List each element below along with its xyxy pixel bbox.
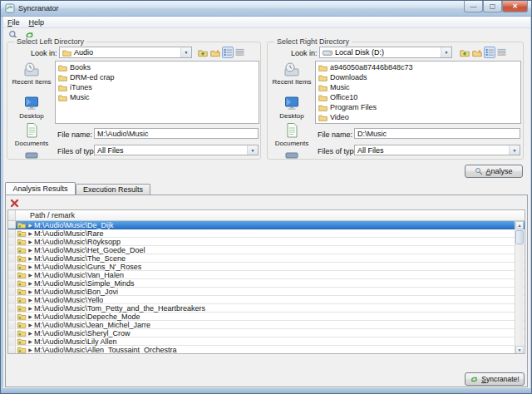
tab-analysis-results[interactable]: Analysis Results (5, 182, 76, 195)
expander-arrow-icon[interactable]: ▶ (27, 321, 34, 329)
folder-add-icon (17, 346, 27, 353)
right-sidebar-documents[interactable]: Documents (268, 122, 315, 147)
close-button[interactable]: ✕ (502, 1, 528, 12)
expander-arrow-icon[interactable]: ▶ (27, 337, 34, 346)
right-sidebar-desktop[interactable]: Desktop (268, 96, 315, 120)
left-sidebar-more[interactable] (8, 152, 55, 159)
remove-result-button[interactable] (9, 198, 20, 209)
table-row[interactable]: ▶ M:\Audio\Music\The_Scene (8, 254, 525, 263)
row-gutter (8, 238, 16, 245)
tab-execution-results[interactable]: Execution Results (76, 184, 150, 195)
table-row[interactable]: ▶ M:\Audio\Music\Yello (8, 296, 525, 304)
table-row[interactable]: ▶ M:\Audio\Music\Jean_Michel_Jarre (8, 321, 525, 329)
folder-item[interactable]: Music (56, 92, 259, 102)
table-row[interactable]: ▶ M:\Audio\Music\Het_Goede_Doel (8, 246, 525, 254)
left-look-in-combobox[interactable]: Audio ▼ (59, 47, 192, 58)
left-file-name-label: File name: (57, 131, 92, 139)
vertical-scrollbar[interactable]: ▲ ▼ (515, 221, 524, 354)
table-row[interactable]: ▶ M:\Audio\Music\Simple_Minds (8, 279, 525, 288)
right-new-folder-button[interactable] (471, 47, 483, 58)
folder-add-icon (17, 313, 27, 320)
right-files-of-type-combobox[interactable]: All Files ▼ (354, 145, 520, 155)
table-row[interactable]: ▶ M:\Audio\Music\Röyksopp (8, 238, 525, 246)
folder-name: Program Files (330, 103, 377, 111)
scroll-up-button[interactable]: ▲ (515, 221, 524, 229)
expander-arrow-icon[interactable]: ▶ (27, 296, 34, 304)
table-row[interactable]: ▶ M:\Audio\Music\Tom_Petty_and_the_Heart… (8, 304, 525, 313)
expander-arrow-icon[interactable]: ▶ (27, 304, 34, 313)
folder-name: DRM-ed crap (70, 73, 115, 81)
left-folder-list[interactable]: Books DRM-ed crap iTunes Music (55, 61, 259, 124)
expander-arrow-icon[interactable]: ▶ (27, 313, 34, 321)
expander-arrow-icon[interactable]: ▶ (27, 254, 34, 263)
app-icon (5, 3, 15, 13)
results-table-header[interactable]: Path / remark (8, 210, 525, 221)
table-row[interactable]: ▶ M:\Audio\Music\Van_Halen (8, 271, 525, 279)
left-files-of-type-combobox[interactable]: All Files ▼ (94, 145, 259, 155)
folder-add-icon (17, 337, 27, 345)
expander-arrow-icon[interactable]: ▶ (27, 346, 34, 354)
expander-arrow-icon[interactable]: ▶ (27, 263, 34, 271)
expander-arrow-icon[interactable]: ▶ (27, 221, 34, 229)
folder-item[interactable]: Program Files (316, 102, 520, 112)
table-row[interactable]: ▶ M:\Audio\Music\Rare (8, 229, 525, 238)
folder-item[interactable]: DRM-ed crap (56, 72, 259, 82)
analyse-button[interactable]: Analyse (465, 165, 523, 178)
table-row[interactable]: ▶ M:\Audio\Music\Lily Allen (8, 337, 525, 346)
right-group-title: Select Right Directory (274, 37, 352, 46)
left-sidebar-recent-items[interactable]: Recent Items (8, 62, 55, 86)
title-bar[interactable]: Syncranator — ▢ ✕ (1, 1, 531, 17)
expander-arrow-icon[interactable]: ▶ (27, 238, 34, 246)
table-row[interactable]: ▶ M:\Audio\Music\Bon_Jovi (8, 288, 525, 296)
expander-arrow-icon[interactable]: ▶ (27, 229, 34, 238)
folder-item[interactable]: a946050a87446b848c73 (316, 62, 520, 72)
folder-add-icon (17, 329, 27, 337)
left-file-name-input[interactable] (94, 128, 259, 139)
table-row[interactable]: ▶ M:\Audio\Music\Depeche_Mode (8, 313, 525, 321)
left-details-view-button[interactable] (234, 47, 245, 58)
right-list-view-button[interactable] (484, 47, 495, 58)
folder-name: Video (330, 113, 349, 121)
folder-item[interactable]: Downloads (316, 72, 520, 82)
row-gutter (8, 304, 16, 312)
table-row[interactable]: ▶ M:\Audio\Music\Allen_Toussaint_Orchest… (8, 346, 525, 354)
expander-arrow-icon[interactable]: ▶ (27, 279, 34, 288)
menu-file[interactable]: File (7, 18, 20, 27)
right-file-name-input[interactable] (354, 128, 520, 139)
folder-item[interactable]: iTunes (56, 82, 259, 92)
folder-icon (318, 104, 328, 111)
details-view-icon (235, 48, 244, 57)
expander-arrow-icon[interactable]: ▶ (27, 288, 34, 296)
table-row[interactable]: ▶ M:\Audio\Music\Sheryl_Crow (8, 329, 525, 337)
expander-arrow-icon[interactable]: ▶ (27, 246, 34, 254)
folder-item[interactable]: Music (316, 82, 520, 92)
maximize-button[interactable]: ▢ (483, 1, 502, 12)
right-look-in-combobox[interactable]: Local Disk (D:) ▼ (319, 47, 452, 58)
menu-help[interactable]: Help (29, 18, 45, 27)
folder-item[interactable]: Video (316, 112, 520, 122)
syncranate-button[interactable]: Syncranate! (465, 372, 525, 386)
right-details-view-button[interactable] (495, 47, 507, 58)
documents-icon (283, 122, 300, 139)
folder-item[interactable]: Books (56, 62, 259, 72)
right-up-folder-button[interactable] (459, 47, 470, 58)
left-up-folder-button[interactable] (197, 47, 209, 58)
left-sidebar-desktop[interactable]: Desktop (8, 96, 55, 120)
computer-icon (284, 152, 299, 159)
expander-arrow-icon[interactable]: ▶ (27, 271, 34, 279)
table-row[interactable]: ▶ M:\Audio\Music\Guns_N'_Roses (8, 263, 525, 271)
expander-arrow-icon[interactable]: ▶ (27, 329, 34, 337)
disk-drive-icon (323, 49, 332, 57)
left-new-folder-button[interactable] (209, 47, 221, 58)
right-sidebar-more[interactable] (268, 152, 315, 159)
scroll-down-button[interactable]: ▼ (515, 346, 524, 354)
table-row[interactable]: ▶ M:\Audio\Music\De_Dijk (8, 221, 525, 229)
folder-item[interactable]: Office10 (316, 92, 520, 102)
minimize-button[interactable]: — (464, 1, 483, 12)
scrollbar-thumb[interactable] (515, 230, 524, 244)
left-sidebar-documents[interactable]: Documents (8, 122, 55, 147)
right-folder-list[interactable]: a946050a87446b848c73 Downloads Music O (315, 61, 521, 124)
right-sidebar-recent-items[interactable]: Recent Items (268, 62, 315, 86)
desktop-icon (283, 96, 301, 111)
left-list-view-button[interactable] (222, 47, 234, 58)
